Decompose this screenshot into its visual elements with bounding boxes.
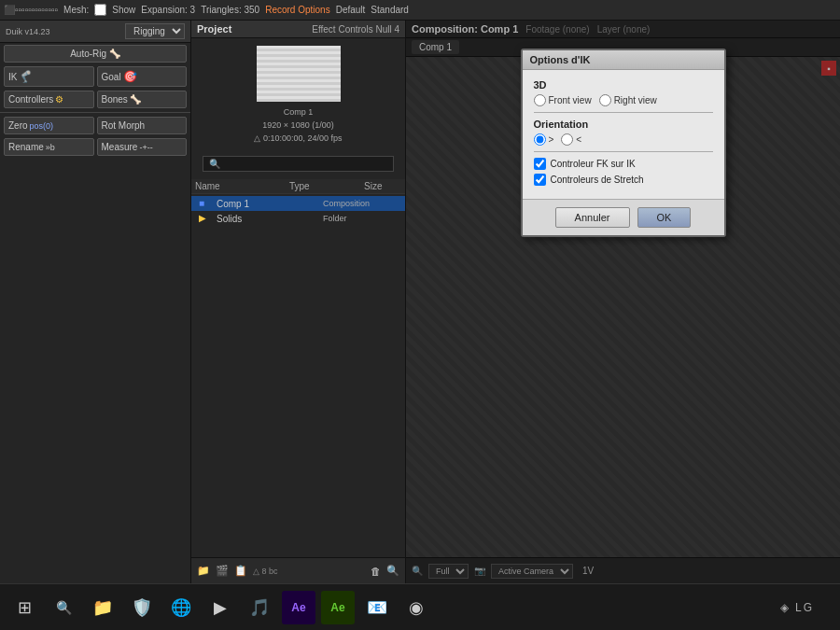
goal-btn[interactable]: Goal 🎯 (97, 66, 188, 87)
main-layout: Duik v14.23 Rigging Auto-Rig 🦴 IK 🦿 Goal… (0, 21, 840, 583)
orientation-options: > < (534, 133, 713, 146)
right-view-label[interactable]: Right view (599, 94, 657, 106)
project-preview-thumbnail (257, 46, 341, 102)
bones-btn[interactable]: Bones 🦴 (97, 91, 188, 108)
rename-measure-row: Rename »b Measure -+-- (0, 136, 190, 158)
orient-right-label[interactable]: > (534, 133, 554, 146)
taskbar: ⊞ 🔍 📁 🛡️ 🌐 ▶ 🎵 Ae Ae 📧 ◉ ◈ LG (0, 583, 840, 630)
project-item-count: △ 8 bc (253, 567, 278, 576)
modal-separator-1 (534, 112, 713, 113)
duik-panel: Duik v14.23 Rigging Auto-Rig 🦴 IK 🦿 Goal… (0, 21, 191, 583)
duik-version: Duik v14.23 (6, 27, 50, 36)
duik-header: Duik v14.23 Rigging (0, 21, 190, 43)
col-size: Size (364, 181, 401, 191)
front-view-radio[interactable] (534, 94, 546, 106)
stretch-label: Controleurs de Stretch (551, 175, 644, 185)
mesh-checkbox[interactable] (94, 4, 106, 16)
project-preview-area: Comp 1 1920 × 1080 (1/00) △ 0:10:00:00, … (191, 38, 405, 148)
start-button[interactable]: ⊞ (7, 591, 41, 624)
rename-btn[interactable]: Rename »b (4, 138, 94, 156)
tree-item-solids[interactable]: ▶ Solids Folder (191, 211, 405, 226)
right-view-radio[interactable] (599, 94, 611, 106)
fk-sur-ik-checkbox[interactable] (534, 158, 546, 170)
col-name: Name (195, 181, 289, 191)
comp-duration: △ 0:10:00:00, 24/00 fps (195, 132, 401, 145)
viewer-panel: Composition: Comp 1 Footage (none) Layer… (406, 21, 840, 583)
mail-button[interactable]: 📧 (360, 591, 394, 624)
controllers-btn[interactable]: Controllers ⚙ (4, 91, 94, 108)
fk-sur-ik-row: Controleur FK sur IK (534, 158, 713, 170)
show-label: Show (112, 5, 135, 15)
modal-title-bar: Options d'IK (523, 50, 724, 70)
search-button[interactable]: 🔍 (47, 591, 80, 624)
project-search-input[interactable] (203, 156, 394, 172)
file-explorer-button[interactable]: 📁 (86, 591, 119, 624)
fk-sur-ik-label: Controleur FK sur IK (551, 159, 636, 169)
effect-controls-tab[interactable]: Effect Controls Null 4 (312, 24, 399, 35)
orient-left-radio[interactable] (561, 133, 573, 146)
ae2-button[interactable]: Ae (321, 591, 355, 624)
ik-goal-row: IK 🦿 Goal 🎯 (0, 64, 190, 89)
ik-options-dialog: Options d'IK 3D Front view Right view (521, 49, 726, 237)
project-header: Project Effect Controls Null 4 (191, 21, 405, 38)
comp-icon: ■ (199, 198, 214, 209)
modal-content: 3D Front view Right view Orientation (523, 70, 724, 199)
project-tree: ■ Comp 1 Composition ▶ Solids Folder (191, 194, 405, 557)
project-icon-delete[interactable]: 🗑 (371, 566, 381, 577)
zero-rotmorph-row: Zero pos(0) Rot Morph (0, 115, 190, 136)
measure-btn[interactable]: Measure -+-- (97, 138, 188, 156)
shield-button[interactable]: 🛡️ (125, 591, 159, 624)
auto-rig-btn[interactable]: Auto-Rig 🦴 (4, 45, 187, 63)
folder-icon: ▶ (199, 213, 214, 224)
orient-right-radio[interactable] (534, 133, 546, 146)
modal-3d-section: 3D (534, 79, 713, 91)
controllers-bones-row: Controllers ⚙ Bones 🦴 (0, 89, 190, 110)
fl-studio-button[interactable]: 🎵 (243, 591, 276, 624)
project-title: Project (197, 23, 231, 35)
orient-left-label[interactable]: < (561, 133, 581, 146)
mesh-label: Mesh: (63, 5, 89, 15)
project-icon-folder[interactable]: 📁 (197, 565, 210, 577)
comp-resolution: 1920 × 1080 (1/00) (195, 119, 401, 132)
standard-label[interactable]: Standard (371, 5, 409, 15)
circle-button[interactable]: ◉ (399, 591, 433, 624)
orientation-section: Orientation (534, 119, 713, 130)
col-type: Type (289, 181, 364, 191)
default-label[interactable]: Default (336, 5, 366, 15)
record-label[interactable]: Record Options (265, 5, 329, 15)
modal-3d-views: Front view Right view (534, 94, 713, 106)
preview-stripes (257, 46, 341, 102)
toolbar-icons: ⬛▫▫▫▫▫▫▫▫▫▫▫▫▫ (4, 5, 58, 15)
rot-morph-btn[interactable]: Rot Morph (97, 117, 188, 134)
browser-button[interactable]: 🌐 (164, 591, 198, 624)
project-icon-new-item[interactable]: 📋 (234, 565, 247, 577)
top-toolbar: ⬛▫▫▫▫▫▫▫▫▫▫▫▫▫ Mesh: Show Expansion: 3 T… (0, 0, 840, 21)
cancel-button[interactable]: Annuler (555, 207, 630, 228)
project-icon-search[interactable]: 🔍 (386, 565, 399, 577)
triangles-label: Triangles: 350 (201, 5, 259, 15)
modal-title: Options d'IK (530, 54, 591, 65)
comp-name-info: Comp 1 (195, 105, 401, 119)
ae-button[interactable]: Ae (282, 591, 315, 624)
project-icon-new-comp[interactable]: 🎬 (216, 565, 229, 577)
modal-buttons: Annuler OK (523, 199, 724, 235)
project-bottom-toolbar: 📁 🎬 📋 △ 8 bc 🗑 🔍 (191, 557, 405, 583)
media-button[interactable]: ▶ (203, 591, 237, 624)
rigging-dropdown[interactable]: Rigging (125, 23, 185, 39)
separator-1 (0, 112, 190, 113)
project-search-area (191, 148, 405, 179)
ok-button[interactable]: OK (637, 207, 692, 228)
lg-brand: ◈ LG (780, 601, 833, 614)
tree-item-comp1[interactable]: ■ Comp 1 Composition (191, 196, 405, 211)
stretch-checkbox[interactable] (534, 174, 546, 186)
tree-columns-header: Name Type Size (191, 179, 405, 194)
expansion-label: Expansion: 3 (141, 5, 195, 15)
modal-overlay: Options d'IK 3D Front view Right view (406, 21, 840, 583)
modal-separator-2 (534, 151, 713, 152)
project-panel: Project Effect Controls Null 4 Comp 1 19… (191, 21, 406, 583)
stretch-row: Controleurs de Stretch (534, 174, 713, 186)
front-view-label[interactable]: Front view (534, 94, 592, 106)
ik-btn[interactable]: IK 🦿 (4, 66, 94, 87)
zero-btn[interactable]: Zero pos(0) (4, 117, 94, 134)
